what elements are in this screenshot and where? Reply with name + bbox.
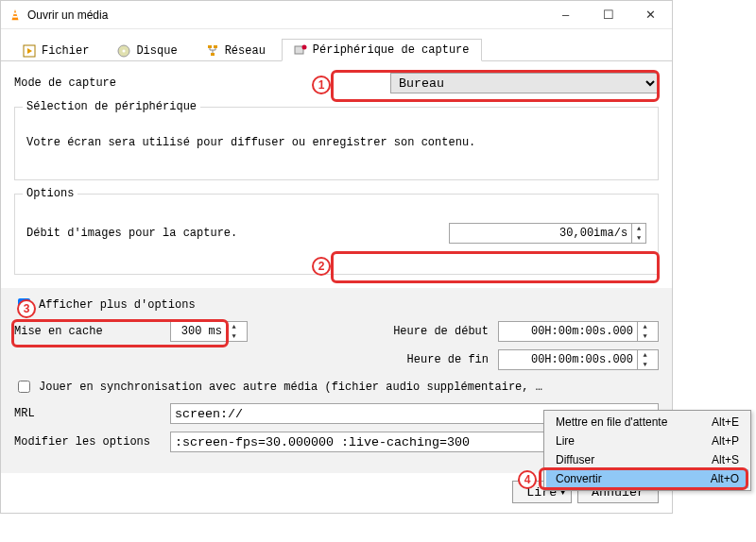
- menu-accel: Alt+P: [712, 434, 739, 448]
- fps-input[interactable]: [450, 227, 632, 240]
- spinner-down-icon[interactable]: ▼: [638, 331, 652, 341]
- sync-label: Jouer en synchronisation avec autre médi…: [39, 381, 542, 394]
- file-icon: [23, 44, 36, 58]
- vlc-icon: [9, 8, 22, 22]
- close-button[interactable]: ✕: [629, 1, 672, 29]
- svg-point-11: [301, 45, 306, 50]
- end-time-input[interactable]: [499, 353, 637, 366]
- svg-rect-2: [12, 15, 17, 17]
- edit-options-label: Modifier les options: [14, 435, 161, 449]
- end-time-label: Heure de fin: [407, 353, 489, 366]
- show-more-options-label: Afficher plus d'options: [39, 298, 196, 312]
- svg-marker-4: [27, 48, 32, 54]
- tab-disc-label: Disque: [136, 44, 177, 58]
- spinner-down-icon[interactable]: ▼: [632, 233, 645, 243]
- menu-item-stream[interactable]: Diffuser Alt+S: [546, 450, 748, 469]
- show-more-options-checkbox[interactable]: Afficher plus d'options: [14, 296, 659, 313]
- start-time-spinner[interactable]: ▲▼: [498, 321, 659, 342]
- capture-mode-label: Mode de capture: [14, 76, 116, 90]
- menu-item-queue[interactable]: Mettre en file d'attente Alt+E: [546, 413, 748, 432]
- disc-icon: [117, 44, 130, 58]
- svg-rect-1: [13, 12, 17, 14]
- menu-accel: Alt+O: [711, 472, 739, 485]
- options-group: Options Débit d'images pour la capture. …: [14, 194, 659, 275]
- start-time-label: Heure de début: [393, 325, 489, 338]
- spinner-up-icon[interactable]: ▲: [638, 350, 652, 360]
- show-more-options-input[interactable]: [18, 298, 30, 311]
- minimize-button[interactable]: –: [544, 1, 587, 29]
- sync-checkbox[interactable]: Jouer en synchronisation avec autre médi…: [14, 378, 659, 396]
- tab-network-label: Réseau: [225, 44, 266, 58]
- menu-accel: Alt+E: [712, 415, 739, 429]
- device-selection-group: Sélection de périphérique Votre écran se…: [14, 107, 659, 180]
- spinner-down-icon[interactable]: ▼: [227, 331, 241, 341]
- play-dropdown-menu: Mettre en file d'attente Alt+E Lire Alt+…: [543, 410, 751, 491]
- start-time-input[interactable]: [499, 325, 637, 338]
- tab-capture-label: Périphérique de capture: [313, 43, 470, 57]
- mrl-label: MRL: [14, 407, 161, 420]
- tab-file[interactable]: Fichier: [10, 39, 101, 61]
- capture-icon: [294, 43, 307, 57]
- cache-spinner[interactable]: ▲▼: [170, 321, 248, 342]
- spinner-up-icon[interactable]: ▲: [638, 322, 652, 331]
- window-title: Ouvrir un média: [27, 8, 544, 22]
- svg-point-6: [123, 49, 126, 52]
- options-legend: Options: [23, 187, 77, 200]
- spinner-up-icon[interactable]: ▲: [227, 322, 241, 331]
- maximize-button[interactable]: ☐: [587, 1, 629, 29]
- svg-rect-8: [214, 45, 217, 48]
- tab-capture[interactable]: Périphérique de capture: [282, 39, 482, 61]
- fps-spinner[interactable]: ▲▼: [449, 223, 646, 244]
- end-time-spinner[interactable]: ▲▼: [498, 349, 659, 370]
- device-selection-legend: Sélection de périphérique: [23, 100, 200, 113]
- sync-input[interactable]: [18, 381, 30, 393]
- svg-rect-7: [208, 45, 212, 48]
- menu-item-convert[interactable]: Convertir Alt+O: [546, 469, 748, 488]
- cache-input[interactable]: [171, 325, 226, 338]
- capture-mode-select[interactable]: Bureau: [390, 73, 659, 93]
- svg-marker-0: [12, 8, 19, 19]
- tab-file-label: Fichier: [42, 44, 89, 58]
- svg-rect-9: [211, 53, 215, 56]
- tab-network[interactable]: Réseau: [194, 39, 278, 61]
- device-selection-description: Votre écran sera utilisé pour diffuser o…: [26, 125, 646, 161]
- spinner-up-icon[interactable]: ▲: [632, 224, 645, 233]
- tab-disc[interactable]: Disque: [105, 39, 189, 61]
- fps-label: Débit d'images pour la capture.: [26, 227, 237, 240]
- spinner-down-icon[interactable]: ▼: [638, 360, 652, 369]
- menu-item-play[interactable]: Lire Alt+P: [546, 432, 748, 450]
- network-icon: [206, 44, 219, 58]
- cache-label: Mise en cache: [14, 325, 161, 338]
- menu-accel: Alt+S: [712, 453, 739, 466]
